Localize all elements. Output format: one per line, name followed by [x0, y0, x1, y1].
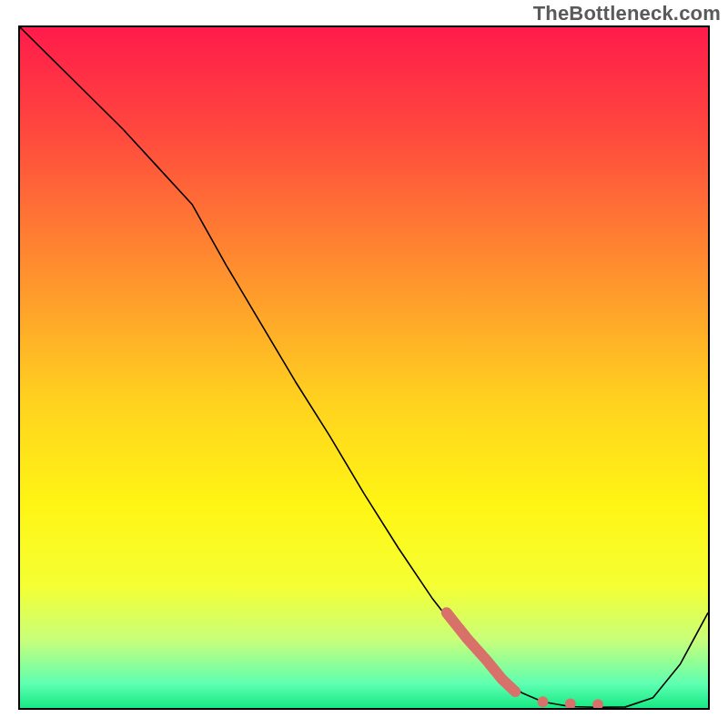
plot-area	[18, 25, 710, 710]
dot-1	[538, 696, 549, 707]
chart-svg	[20, 27, 708, 708]
watermark-label: TheBottleneck.com	[533, 2, 721, 25]
chart-frame: TheBottleneck.com	[0, 0, 728, 728]
